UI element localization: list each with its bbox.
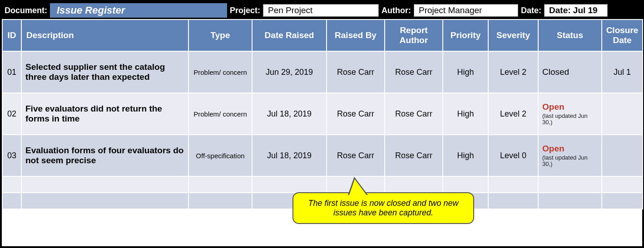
col-type: Type: [188, 19, 252, 51]
cell-description: Five evaluators did not return the forms…: [21, 93, 188, 135]
cell-status: Open(last updated Jun 30,): [538, 135, 602, 176]
cell-closure-date: [602, 135, 643, 176]
project-value: Pen Project: [263, 4, 379, 17]
author-value: Project Manager: [414, 4, 518, 17]
cell-raised-by: Rose Carr: [327, 135, 385, 176]
annotation-callout: The first issue is now closed and two ne…: [292, 192, 474, 224]
cell-severity: Level 0: [488, 135, 538, 176]
cell-raised-by: Rose Carr: [327, 51, 385, 93]
cell-empty: [21, 176, 188, 193]
cell-id: 02: [2, 93, 21, 135]
cell-report-author: Rose Carr: [385, 93, 443, 135]
cell-empty: [602, 193, 643, 209]
col-closure-date: Closure Date: [602, 19, 643, 51]
status-sub: (last updated Jun 30,): [542, 155, 598, 168]
cell-empty: [538, 193, 602, 209]
date-label: Date:: [521, 6, 541, 15]
col-raised-by: Raised By: [327, 19, 385, 51]
cell-status: Open(last updated Jun 30,): [538, 93, 602, 135]
date-value: Date: Jul 19: [544, 4, 608, 17]
col-date-raised: Date Raised: [252, 19, 327, 51]
cell-date-raised: Jun 29, 2019: [252, 51, 327, 93]
cell-type: Problem/ concern: [188, 51, 252, 93]
col-report-author: Report Author: [385, 19, 443, 51]
cell-type: Off-specification: [188, 135, 252, 176]
table-row: 02Five evaluators did not return the for…: [2, 93, 643, 135]
status-main: Closed: [542, 67, 569, 77]
cell-empty: [443, 176, 488, 193]
cell-empty: [21, 193, 188, 209]
cell-id: 01: [2, 51, 21, 93]
cell-priority: High: [443, 93, 488, 135]
status-main: Open: [542, 144, 565, 153]
cell-report-author: Rose Carr: [385, 135, 443, 176]
cell-empty: [488, 193, 538, 209]
cell-raised-by: Rose Carr: [327, 93, 385, 135]
cell-date-raised: Jul 18, 2019: [252, 135, 327, 176]
cell-empty: [385, 176, 443, 193]
cell-date-raised: Jul 18, 2019: [252, 93, 327, 135]
cell-empty: [188, 193, 252, 209]
document-title: Issue Register: [50, 3, 227, 18]
cell-severity: Level 2: [488, 93, 538, 135]
cell-type: Problem/ concern: [188, 93, 252, 135]
cell-description: Selected supplier sent the catalog three…: [21, 51, 188, 93]
cell-empty: [252, 176, 327, 193]
author-label: Author:: [381, 6, 411, 15]
col-status: Status: [538, 19, 602, 51]
cell-description: Evaluation forms of four evaluators do n…: [21, 135, 188, 176]
status-sub: (last updated Jun 30,): [542, 113, 598, 126]
cell-empty: [2, 193, 21, 209]
meta-bar: Document: Issue Register Project: Pen Pr…: [2, 2, 642, 19]
status-main: Open: [542, 102, 565, 112]
cell-empty: [488, 176, 538, 193]
cell-closure-date: [602, 93, 643, 135]
cell-status: Closed: [538, 51, 602, 93]
cell-priority: High: [443, 135, 488, 176]
cell-empty: [188, 176, 252, 193]
cell-empty: [2, 176, 21, 193]
col-id: ID: [2, 19, 21, 51]
cell-empty: [538, 176, 602, 193]
issue-register-frame: Document: Issue Register Project: Pen Pr…: [0, 0, 644, 248]
col-priority: Priority: [443, 19, 488, 51]
cell-report-author: Rose Carr: [385, 51, 443, 93]
cell-priority: High: [443, 51, 488, 93]
table-row-empty: [2, 176, 643, 193]
table-row: 03Evaluation forms of four evaluators do…: [2, 135, 643, 176]
cell-empty: [602, 176, 643, 193]
col-description: Description: [21, 19, 188, 51]
table-row: 01Selected supplier sent the catalog thr…: [2, 51, 643, 93]
issue-table: ID Description Type Date Raised Raised B…: [2, 19, 643, 209]
cell-closure-date: Jul 1: [602, 51, 643, 93]
cell-id: 03: [2, 135, 21, 176]
header-row: ID Description Type Date Raised Raised B…: [2, 19, 643, 51]
col-severity: Severity: [488, 19, 538, 51]
cell-severity: Level 2: [488, 51, 538, 93]
project-label: Project:: [230, 6, 260, 15]
document-label: Document:: [5, 6, 47, 15]
